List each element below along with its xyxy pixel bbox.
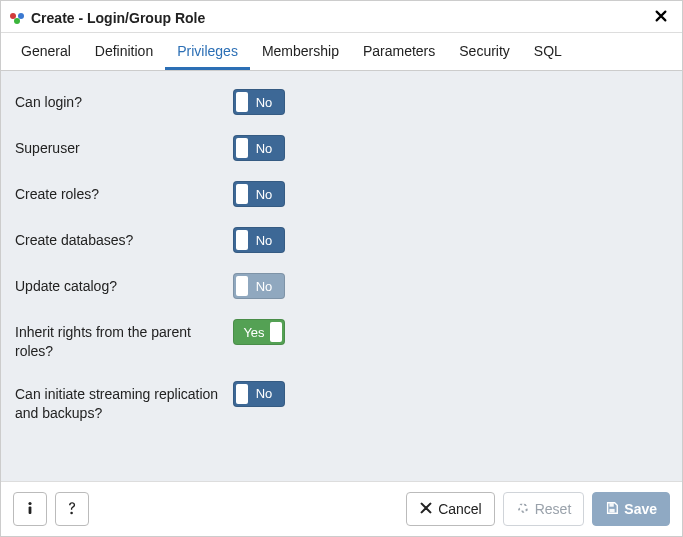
label-can-login: Can login? xyxy=(15,89,233,112)
tab-privileges[interactable]: Privileges xyxy=(165,33,250,70)
label-inherit-rights: Inherit rights from the parent roles? xyxy=(15,319,233,361)
tab-content-privileges: Can login? No Superuser No Create roles?… xyxy=(1,71,682,481)
info-icon xyxy=(22,500,38,519)
toggle-value: No xyxy=(234,233,284,248)
svg-point-0 xyxy=(10,13,16,19)
label-update-catalog: Update catalog? xyxy=(15,273,233,296)
toggle-update-catalog: No xyxy=(233,273,285,299)
svg-rect-4 xyxy=(29,506,32,514)
save-icon xyxy=(605,501,619,518)
svg-point-1 xyxy=(18,13,24,19)
toggle-value: No xyxy=(234,187,284,202)
tab-sql[interactable]: SQL xyxy=(522,33,574,70)
row-create-roles: Create roles? No xyxy=(15,171,668,217)
toggle-value: No xyxy=(234,386,284,401)
row-inherit-rights: Inherit rights from the parent roles? Ye… xyxy=(15,309,668,371)
save-button[interactable]: Save xyxy=(592,492,670,526)
label-create-roles: Create roles? xyxy=(15,181,233,204)
label-streaming-replication: Can initiate streaming replication and b… xyxy=(15,381,233,423)
dialog-footer: Cancel Reset Save xyxy=(1,481,682,536)
close-icon xyxy=(419,501,433,518)
row-create-databases: Create databases? No xyxy=(15,217,668,263)
toggle-value: Yes xyxy=(234,325,284,340)
svg-point-3 xyxy=(28,501,31,504)
row-superuser: Superuser No xyxy=(15,125,668,171)
toggle-inherit-rights[interactable]: Yes xyxy=(233,319,285,345)
toggle-value: No xyxy=(234,141,284,156)
question-icon xyxy=(64,500,80,519)
dialog-titlebar: Create - Login/Group Role xyxy=(1,1,682,33)
toggle-streaming-replication[interactable]: No xyxy=(233,381,285,407)
svg-point-5 xyxy=(70,511,73,514)
toggle-superuser[interactable]: No xyxy=(233,135,285,161)
toggle-value: No xyxy=(234,279,284,294)
toggle-create-roles[interactable]: No xyxy=(233,181,285,207)
cancel-label: Cancel xyxy=(438,501,482,517)
row-streaming-replication: Can initiate streaming replication and b… xyxy=(15,371,668,433)
help-button[interactable] xyxy=(55,492,89,526)
row-can-login: Can login? No xyxy=(15,79,668,125)
row-update-catalog: Update catalog? No xyxy=(15,263,668,309)
tab-security[interactable]: Security xyxy=(447,33,522,70)
svg-rect-6 xyxy=(610,503,614,507)
label-create-databases: Create databases? xyxy=(15,227,233,250)
tab-bar: General Definition Privileges Membership… xyxy=(1,33,682,71)
reset-button[interactable]: Reset xyxy=(503,492,585,526)
recycle-icon xyxy=(516,501,530,518)
tab-definition[interactable]: Definition xyxy=(83,33,165,70)
toggle-can-login[interactable]: No xyxy=(233,89,285,115)
label-superuser: Superuser xyxy=(15,135,233,158)
info-button[interactable] xyxy=(13,492,47,526)
tab-general[interactable]: General xyxy=(9,33,83,70)
dialog-title: Create - Login/Group Role xyxy=(31,10,650,26)
tab-parameters[interactable]: Parameters xyxy=(351,33,447,70)
toggle-create-databases[interactable]: No xyxy=(233,227,285,253)
save-label: Save xyxy=(624,501,657,517)
toggle-value: No xyxy=(234,95,284,110)
svg-rect-7 xyxy=(610,508,615,512)
cancel-button[interactable]: Cancel xyxy=(406,492,495,526)
reset-label: Reset xyxy=(535,501,572,517)
tab-membership[interactable]: Membership xyxy=(250,33,351,70)
svg-point-2 xyxy=(14,18,20,24)
role-icon xyxy=(9,10,25,26)
close-button[interactable] xyxy=(650,7,672,28)
